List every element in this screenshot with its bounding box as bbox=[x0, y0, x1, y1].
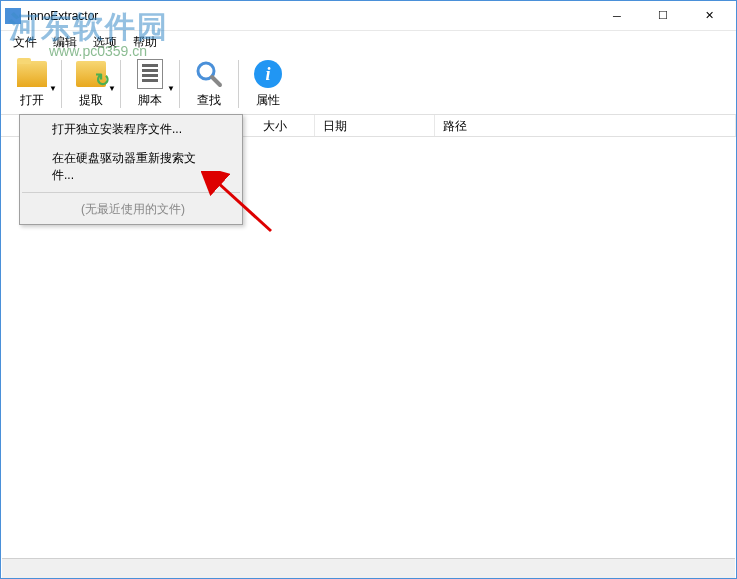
info-icon: i bbox=[252, 58, 284, 90]
column-date[interactable]: 日期 bbox=[315, 115, 435, 136]
open-dropdown-menu: 打开独立安装程序文件... 在在硬盘驱动器重新搜索文件... (无最近使用的文件… bbox=[19, 114, 243, 225]
menubar: 文件 编辑 选项 帮助 bbox=[1, 31, 736, 53]
toolbar: 打开 ▼ 提取 ▼ 脚本 ▼ 查找 i 属性 bbox=[1, 53, 736, 115]
script-button[interactable]: 脚本 ▼ bbox=[127, 56, 173, 111]
maximize-button[interactable]: ☐ bbox=[640, 2, 686, 30]
properties-button[interactable]: i 属性 bbox=[245, 56, 291, 111]
column-size[interactable]: 大小 bbox=[255, 115, 315, 136]
menu-search-hdd[interactable]: 在在硬盘驱动器重新搜索文件... bbox=[20, 144, 242, 190]
find-button[interactable]: 查找 bbox=[186, 56, 232, 111]
app-icon bbox=[5, 8, 21, 24]
script-label: 脚本 bbox=[138, 92, 162, 109]
chevron-down-icon: ▼ bbox=[49, 84, 57, 93]
window-title: InnoExtractor bbox=[27, 9, 594, 23]
column-path[interactable]: 路径 bbox=[435, 115, 736, 136]
search-icon bbox=[193, 58, 225, 90]
minimize-button[interactable]: ─ bbox=[594, 2, 640, 30]
close-button[interactable]: ✕ bbox=[686, 2, 732, 30]
window-controls: ─ ☐ ✕ bbox=[594, 2, 732, 30]
folder-extract-icon bbox=[75, 58, 107, 90]
separator bbox=[22, 192, 240, 193]
properties-label: 属性 bbox=[256, 92, 280, 109]
menu-options[interactable]: 选项 bbox=[85, 32, 125, 53]
titlebar: InnoExtractor ─ ☐ ✕ bbox=[1, 1, 736, 31]
separator bbox=[61, 60, 62, 108]
svg-line-1 bbox=[212, 77, 220, 85]
menu-help[interactable]: 帮助 bbox=[125, 32, 165, 53]
menu-open-standalone[interactable]: 打开独立安装程序文件... bbox=[20, 115, 242, 144]
menu-edit[interactable]: 编辑 bbox=[45, 32, 85, 53]
extract-label: 提取 bbox=[79, 92, 103, 109]
separator bbox=[179, 60, 180, 108]
menu-no-recent: (无最近使用的文件) bbox=[20, 195, 242, 224]
menu-file[interactable]: 文件 bbox=[5, 32, 45, 53]
separator bbox=[238, 60, 239, 108]
script-icon bbox=[134, 58, 166, 90]
folder-open-icon bbox=[16, 58, 48, 90]
chevron-down-icon: ▼ bbox=[167, 84, 175, 93]
statusbar bbox=[2, 558, 735, 578]
open-button[interactable]: 打开 ▼ bbox=[9, 56, 55, 111]
chevron-down-icon: ▼ bbox=[108, 84, 116, 93]
find-label: 查找 bbox=[197, 92, 221, 109]
separator bbox=[120, 60, 121, 108]
extract-button[interactable]: 提取 ▼ bbox=[68, 56, 114, 111]
open-label: 打开 bbox=[20, 92, 44, 109]
